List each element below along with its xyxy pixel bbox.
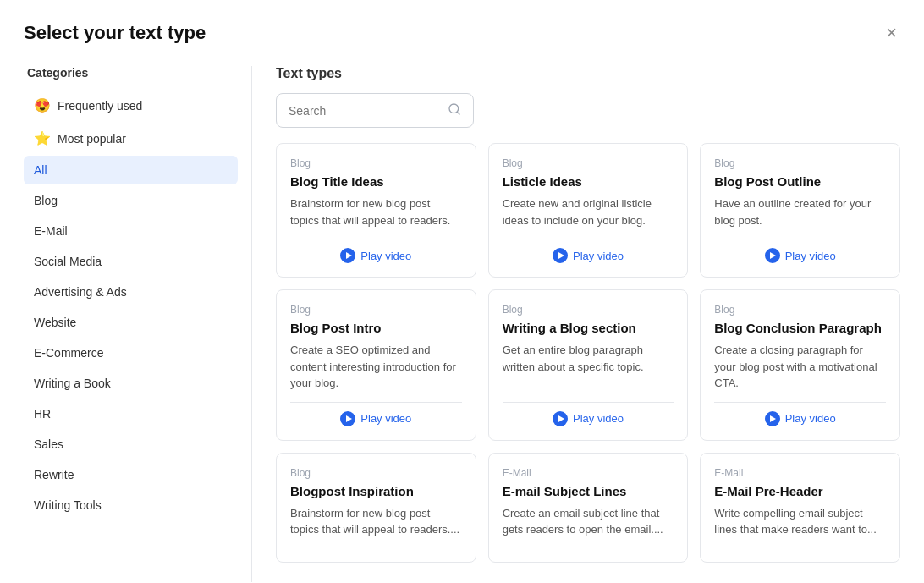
play-label-0: Play video	[360, 250, 411, 262]
sidebar-item-ecommerce[interactable]: E-Commerce	[24, 338, 238, 367]
sidebar-item-frequently-used[interactable]: 😍Frequently used	[24, 90, 238, 121]
card-desc-7: Create an email subject line that gets r…	[503, 505, 674, 538]
dialog-title: Select your text type	[24, 22, 206, 44]
sidebar-item-email[interactable]: E-Mail	[24, 217, 238, 245]
sales-label: Sales	[34, 437, 63, 451]
website-label: Website	[34, 316, 76, 329]
card-desc-6: Brainstorm for new blog post topics that…	[290, 505, 462, 538]
card-1[interactable]: Blog Listicle Ideas Create new and origi…	[488, 143, 689, 278]
play-icon-2	[765, 248, 780, 263]
dialog: Select your text type × Categories 😍Freq…	[0, 0, 924, 583]
sidebar-item-website[interactable]: Website	[24, 308, 238, 337]
play-icon-4	[553, 411, 568, 426]
sidebar-item-writing-book[interactable]: Writing a Book	[24, 369, 238, 398]
card-6[interactable]: Blog Blogpost Inspiration Brainstorm for…	[276, 453, 476, 563]
sidebar-item-blog[interactable]: Blog	[24, 186, 238, 215]
card-footer-1: Play video	[503, 239, 674, 263]
card-2[interactable]: Blog Blog Post Outline Have an outline c…	[700, 143, 900, 278]
ecommerce-label: E-Commerce	[34, 346, 103, 360]
play-icon-3	[340, 411, 355, 426]
sidebar-item-all[interactable]: All	[24, 156, 238, 184]
play-video-btn-5[interactable]: Play video	[714, 411, 886, 426]
play-icon-0	[340, 248, 355, 263]
sidebar-item-hr[interactable]: HR	[24, 399, 238, 428]
play-label-4: Play video	[573, 412, 624, 425]
play-video-btn-2[interactable]: Play video	[714, 248, 886, 263]
play-label-3: Play video	[360, 412, 411, 425]
play-video-btn-1[interactable]: Play video	[503, 248, 674, 263]
card-title-5: Blog Conclusion Paragraph	[714, 321, 886, 335]
sidebar-item-sales[interactable]: Sales	[24, 430, 238, 459]
play-label-1: Play video	[573, 250, 624, 262]
writing-tools-label: Writing Tools	[34, 498, 102, 512]
play-video-btn-4[interactable]: Play video	[503, 411, 674, 426]
close-button[interactable]: ×	[883, 20, 900, 46]
card-title-8: E-Mail Pre-Header	[714, 484, 886, 498]
card-footer-5: Play video	[714, 402, 886, 426]
search-input[interactable]	[289, 104, 441, 118]
sidebar-item-rewrite[interactable]: Rewrite	[24, 460, 238, 489]
card-desc-3: Create a SEO optimized and content inter…	[290, 342, 462, 392]
blog-label: Blog	[34, 194, 58, 207]
card-footer-3: Play video	[290, 402, 462, 426]
play-icon-5	[765, 411, 780, 426]
search-icon	[448, 102, 461, 118]
hr-label: HR	[34, 407, 51, 421]
card-title-1: Listicle Ideas	[503, 174, 674, 189]
play-label-5: Play video	[785, 412, 836, 425]
card-title-2: Blog Post Outline	[714, 174, 886, 189]
card-title-7: E-mail Subject Lines	[503, 484, 674, 498]
main-header: Text types	[276, 66, 900, 128]
cards-grid: Blog Blog Title Ideas Brainstorm for new…	[276, 143, 900, 563]
sidebar-item-writing-tools[interactable]: Writing Tools	[24, 491, 238, 520]
card-desc-0: Brainstorm for new blog post topics that…	[290, 195, 462, 228]
card-category-2: Blog	[714, 157, 886, 169]
card-desc-5: Create a closing paragraph for your blog…	[714, 342, 886, 392]
svg-line-1	[457, 112, 459, 114]
rewrite-label: Rewrite	[34, 468, 74, 481]
card-category-8: E-Mail	[714, 467, 886, 479]
card-title-3: Blog Post Intro	[290, 321, 462, 335]
play-video-btn-3[interactable]: Play video	[290, 411, 462, 426]
most-popular-emoji: ⭐	[34, 130, 51, 146]
dialog-header: Select your text type ×	[24, 20, 900, 46]
play-video-btn-0[interactable]: Play video	[290, 248, 462, 263]
sidebar-item-most-popular[interactable]: ⭐Most popular	[24, 123, 238, 154]
card-title-4: Writing a Blog section	[503, 321, 674, 335]
sidebar-item-advertising[interactable]: Advertising & Ads	[24, 278, 238, 306]
frequently-used-label: Frequently used	[58, 99, 142, 113]
advertising-label: Advertising & Ads	[34, 285, 127, 299]
card-7[interactable]: E-Mail E-mail Subject Lines Create an em…	[488, 453, 689, 563]
sidebar-item-social-media[interactable]: Social Media	[24, 247, 238, 276]
card-desc-1: Create new and original listicle ideas t…	[503, 195, 674, 228]
card-category-7: E-Mail	[503, 467, 674, 479]
dialog-body: Categories 😍Frequently used⭐Most popular…	[24, 66, 900, 582]
card-category-4: Blog	[503, 304, 674, 316]
card-3[interactable]: Blog Blog Post Intro Create a SEO optimi…	[276, 289, 476, 441]
card-5[interactable]: Blog Blog Conclusion Paragraph Create a …	[700, 289, 900, 441]
card-desc-8: Write compelling email subject lines tha…	[714, 505, 886, 538]
card-4[interactable]: Blog Writing a Blog section Get an entir…	[488, 289, 689, 441]
card-category-0: Blog	[290, 157, 462, 169]
card-category-6: Blog	[290, 467, 462, 479]
card-title-0: Blog Title Ideas	[290, 174, 462, 189]
card-category-5: Blog	[714, 304, 886, 316]
main-content: Text types Blog Blog Title Ideas Brainst…	[252, 66, 900, 582]
text-types-title: Text types	[276, 66, 900, 81]
categories-title: Categories	[24, 66, 238, 80]
sidebar-items: 😍Frequently used⭐Most popularAllBlogE-Ma…	[24, 90, 238, 520]
all-label: All	[34, 163, 47, 177]
card-footer-4: Play video	[503, 402, 674, 426]
most-popular-label: Most popular	[58, 132, 126, 146]
card-0[interactable]: Blog Blog Title Ideas Brainstorm for new…	[276, 143, 476, 278]
writing-book-label: Writing a Book	[34, 377, 111, 390]
social-media-label: Social Media	[34, 255, 102, 268]
card-title-6: Blogpost Inspiration	[290, 484, 462, 498]
email-label: E-Mail	[34, 224, 68, 238]
card-desc-4: Get an entire blog paragraph written abo…	[503, 342, 674, 392]
search-box	[276, 93, 474, 128]
sidebar: Categories 😍Frequently used⭐Most popular…	[24, 66, 252, 582]
card-footer-0: Play video	[290, 239, 462, 263]
card-desc-2: Have an outline created for your blog po…	[714, 195, 886, 228]
card-8[interactable]: E-Mail E-Mail Pre-Header Write compellin…	[700, 453, 900, 563]
